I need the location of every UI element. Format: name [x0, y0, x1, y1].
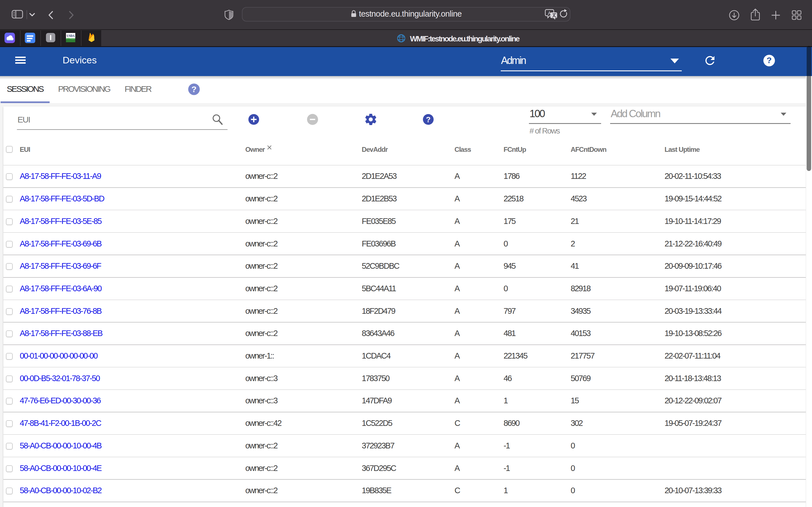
svg-text:?: ? [767, 55, 772, 65]
svg-text:USDA: USDA [67, 34, 75, 38]
svg-text:?: ? [426, 115, 431, 124]
svg-text:?: ? [192, 84, 197, 94]
